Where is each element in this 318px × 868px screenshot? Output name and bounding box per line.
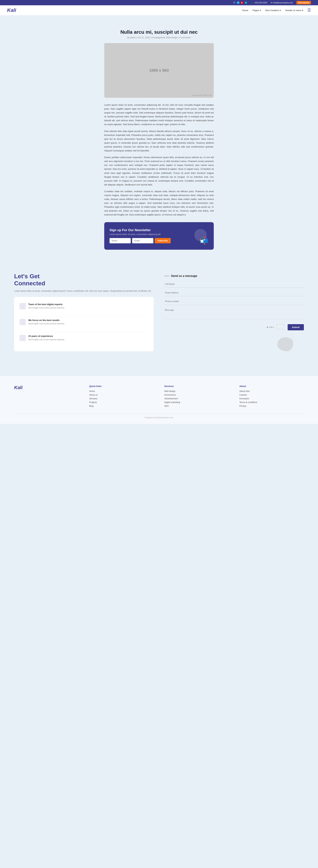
feature-item-1: Team of the best digital experts Sed fri… bbox=[20, 301, 148, 316]
contact-form: 4 + 5 = Submit bbox=[164, 281, 304, 330]
footer-services: Services Web design eCommerce Advertisem… bbox=[164, 385, 229, 408]
heading-line2: Connected bbox=[14, 280, 45, 286]
navbar: Kali Home Pages ▾ Hero headers ▾ Header … bbox=[0, 5, 318, 15]
about-title: About bbox=[239, 385, 304, 388]
fullname-field bbox=[164, 281, 304, 289]
fullname-input[interactable] bbox=[164, 281, 304, 288]
article-title: Nulla arcu mi, suscipit ut dui nec bbox=[104, 29, 214, 35]
footer-logo[interactable]: Kali bbox=[14, 385, 79, 390]
newsletter-email-input[interactable] bbox=[132, 238, 153, 243]
get-started-button[interactable]: Get started bbox=[296, 1, 311, 4]
email-input[interactable] bbox=[164, 289, 304, 296]
feature-title-1: Team of the best digital experts bbox=[28, 303, 65, 306]
linkedin-icon[interactable]: in bbox=[244, 1, 247, 4]
feature-icon-3 bbox=[20, 335, 26, 341]
email-field bbox=[164, 289, 304, 297]
services-title: Services bbox=[164, 385, 229, 388]
service-digital-marketing[interactable]: Digital marketing bbox=[164, 401, 229, 404]
quicklink-services[interactable]: Services bbox=[89, 397, 154, 400]
quicklink-home[interactable]: Home bbox=[89, 390, 154, 393]
about-terms[interactable]: Terms & conditions bbox=[239, 401, 304, 404]
captcha-text: 4 + 5 = bbox=[267, 326, 274, 329]
footer-bottom: Designed by Marktendrilwen.com bbox=[14, 414, 304, 418]
newsletter-name-input[interactable] bbox=[110, 238, 131, 243]
service-seo[interactable]: SEO bbox=[164, 405, 229, 407]
service-webdesign[interactable]: Web design bbox=[164, 390, 229, 393]
two-col-section: Let's Get Connected Lorem ipsum dolor si… bbox=[0, 262, 318, 366]
article-image: 1000 x 563 Powered by HTML CSS bbox=[104, 43, 214, 98]
nav-links: Home Pages ▾ Hero headers ▾ Header & men… bbox=[242, 8, 311, 12]
about-kavi[interactable]: About Kavi bbox=[239, 390, 304, 393]
newsletter-subtitle: Lorem ipsum dolor sit amet, consectetur … bbox=[110, 233, 191, 236]
quicklink-projects[interactable]: Projects bbox=[89, 401, 154, 404]
feature-icon-1 bbox=[20, 303, 26, 309]
youtube-icon[interactable]: ▶ bbox=[241, 1, 243, 4]
left-description: Lorem ipsum dolor sit amet, consectetur … bbox=[14, 289, 154, 293]
feature-desc-1: Sed fringilla nula id ante pulvinar phar… bbox=[28, 306, 65, 310]
heading-line1: Let's Get bbox=[14, 273, 39, 280]
feature-desc-3: Sed fringilla nula id ante pulvinar phar… bbox=[28, 338, 65, 341]
feature-card: Team of the best digital experts Sed fri… bbox=[14, 297, 154, 351]
topbar-email: ✉ info@mycompany.com bbox=[271, 2, 293, 4]
newsletter-form: Subscribe bbox=[110, 238, 191, 243]
footer-about: About About Kavi Careers Innovation Term… bbox=[239, 385, 304, 408]
captcha-input[interactable] bbox=[276, 324, 285, 329]
phone-number: +815.555.5555 bbox=[254, 2, 267, 4]
nav-hero-headers[interactable]: Hero headers ▾ bbox=[265, 9, 281, 12]
feature-desc-2: Sed fringilla nula id ante pulvinar phar… bbox=[28, 322, 65, 326]
right-column: Send us a message 4 + 5 = Submit bbox=[164, 273, 304, 330]
feature-text-1: Team of the best digital experts Sed fri… bbox=[28, 303, 65, 314]
facebook-icon[interactable]: f bbox=[233, 1, 236, 4]
feature-title-2: We focus on the best results bbox=[28, 319, 65, 321]
feature-title-3: 15 years of experience bbox=[28, 335, 65, 337]
newsletter-title: Sign up For Our Newsletter bbox=[110, 228, 191, 232]
phone-field bbox=[164, 298, 304, 306]
twitter-icon[interactable]: t bbox=[237, 1, 239, 4]
nav-pages[interactable]: Pages ▾ bbox=[253, 9, 261, 12]
site-logo[interactable]: Kali bbox=[7, 7, 16, 13]
phone-input[interactable] bbox=[164, 298, 304, 305]
feature-text-3: 15 years of experience Sed fringilla nul… bbox=[28, 335, 65, 345]
article-meta: by admin | Oct 21, 2022 | Uncategorized,… bbox=[104, 36, 214, 39]
quicklink-blog[interactable]: Blog bbox=[89, 405, 154, 407]
feature-item-2: We focus on the best results Sed fringil… bbox=[20, 316, 148, 332]
about-careers[interactable]: Careers bbox=[239, 394, 304, 396]
topbar-phone: 📞 +815.555.5555 bbox=[251, 2, 267, 4]
feature-text-2: We focus on the best results Sed fringil… bbox=[28, 319, 65, 330]
footer-logo-col: Kali bbox=[14, 385, 79, 408]
powered-label: Powered by HTML CSS bbox=[193, 94, 212, 96]
message-field bbox=[164, 307, 304, 322]
service-advertisement[interactable]: Advertisement bbox=[164, 397, 229, 400]
left-column: Let's Get Connected Lorem ipsum dolor si… bbox=[14, 273, 154, 351]
newsletter-left: Sign up For Our Newsletter Lorem ipsum d… bbox=[110, 228, 191, 243]
nav-header-menu[interactable]: Header & menu ▾ bbox=[285, 9, 303, 12]
captcha-row: 4 + 5 = Submit bbox=[164, 324, 304, 330]
about-innovation[interactable]: Innovation bbox=[239, 397, 304, 400]
feature-icon-2 bbox=[20, 319, 26, 325]
connected-heading: Let's Get Connected bbox=[14, 273, 154, 287]
email-icon: ✉ bbox=[271, 2, 272, 4]
submit-button[interactable]: Submit bbox=[288, 324, 304, 330]
article-paragraph-3: Donec porttitor ullamcorper imperdiet. D… bbox=[104, 155, 214, 187]
newsletter-subscribe-button[interactable]: Subscribe bbox=[155, 238, 171, 243]
footer: Kali Quick links Home About us Services … bbox=[0, 376, 318, 424]
copyright-text: Designed by Marktendrilwen.com bbox=[145, 416, 173, 418]
feature-item-3: 15 years of experience Sed fringilla nul… bbox=[20, 332, 148, 348]
hamburger-menu-icon[interactable]: ☰ bbox=[308, 8, 311, 12]
email-address: info@mycompany.com bbox=[273, 2, 293, 4]
article-paragraph-2: Duis lobortis felis vitae ligula iaculis… bbox=[104, 129, 214, 153]
quicklinks-title: Quick links bbox=[89, 385, 154, 388]
message-input[interactable] bbox=[164, 307, 304, 319]
send-message-title: Send us a message bbox=[164, 274, 304, 278]
quicklink-about[interactable]: About us bbox=[89, 394, 154, 396]
newsletter-decoration: 📬 bbox=[191, 227, 208, 245]
article-wrapper: Nulla arcu mi, suscipit ut dui nec by ad… bbox=[101, 22, 217, 262]
footer-top: Kali Quick links Home About us Services … bbox=[14, 385, 304, 408]
nav-home[interactable]: Home bbox=[242, 9, 249, 12]
newsletter-section: Sign up For Our Newsletter Lorem ipsum d… bbox=[104, 222, 214, 250]
social-icons: f t ▶ in bbox=[233, 1, 247, 4]
service-ecommerce[interactable]: eCommerce bbox=[164, 394, 229, 396]
about-privacy[interactable]: Privacy bbox=[239, 405, 304, 407]
article-paragraph-1: Lorem ipsum dolor sit amet, consectetur … bbox=[104, 103, 214, 126]
footer-quicklinks: Quick links Home About us Services Proje… bbox=[89, 385, 154, 408]
